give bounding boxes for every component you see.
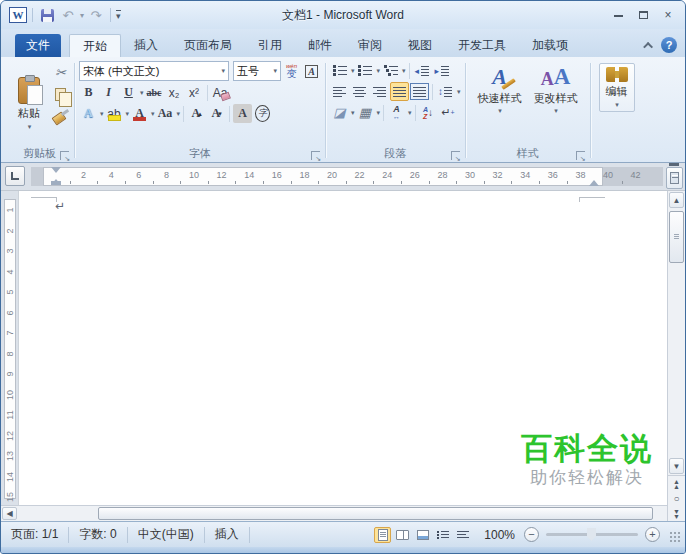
zoom-slider-track[interactable] (546, 533, 638, 536)
horizontal-scrollbar[interactable]: ◀ (1, 505, 667, 521)
numbering-dropdown-icon[interactable]: ▾ (377, 67, 381, 75)
view-print-layout-button[interactable] (374, 527, 391, 543)
tab-插入[interactable]: 插入 (121, 34, 171, 57)
change-case-dropdown-icon[interactable]: ▾ (177, 110, 181, 118)
font-dialog-launcher-icon[interactable] (311, 151, 320, 160)
restore-button[interactable] (634, 8, 652, 22)
scroll-up-icon[interactable]: ▲ (669, 192, 684, 208)
decrease-indent-button[interactable] (413, 61, 432, 80)
grow-font-button[interactable]: A▴ (187, 104, 206, 123)
view-outline-button[interactable] (434, 527, 451, 543)
clear-formatting-button[interactable]: Aa (211, 83, 230, 102)
asian-layout-button[interactable]: A↔ (387, 103, 406, 122)
editing-button[interactable]: 编辑 ▾ (599, 63, 635, 112)
subscript-button[interactable]: x₂ (165, 83, 184, 102)
superscript-button[interactable]: x² (185, 83, 204, 102)
vertical-scroll-track[interactable] (668, 209, 685, 457)
zoom-slider-thumb[interactable] (587, 528, 596, 541)
phonetic-guide-button[interactable]: wén变 (282, 62, 301, 81)
quick-styles-button[interactable]: A 快速样式 ▾ (474, 61, 526, 146)
align-left-button[interactable] (330, 82, 349, 101)
paragraph-dialog-launcher-icon[interactable] (451, 151, 460, 160)
font-color-dropdown-icon[interactable]: ▾ (151, 110, 155, 118)
underline-dropdown-icon[interactable]: ▾ (140, 89, 144, 97)
view-draft-button[interactable] (454, 527, 471, 543)
styles-dialog-launcher-icon[interactable] (576, 151, 585, 160)
enclose-characters-button[interactable]: 字 (253, 104, 272, 123)
change-styles-dropdown-icon[interactable]: ▾ (554, 107, 558, 115)
scroll-left-icon[interactable]: ◀ (2, 507, 17, 520)
increase-indent-button[interactable] (433, 61, 452, 80)
font-size-select[interactable]: 五号▾ (233, 61, 281, 81)
paste-button[interactable]: 粘贴 ▾ (9, 61, 49, 146)
horizontal-ruler[interactable]: 24681012141618202224262830323436384042 (31, 167, 663, 186)
sort-button[interactable]: AZ↓ (419, 103, 438, 122)
borders-button[interactable]: ▦ (356, 103, 375, 122)
character-shading-button[interactable]: A (233, 104, 252, 123)
undo-icon[interactable]: ↶ (59, 6, 77, 24)
status-language[interactable]: 中文(中国) (128, 527, 205, 543)
change-styles-button[interactable]: AA 更改样式 ▾ (530, 61, 582, 146)
tab-开发工具[interactable]: 开发工具 (445, 34, 519, 57)
tab-引用[interactable]: 引用 (245, 34, 295, 57)
bold-button[interactable]: B (79, 83, 98, 102)
vertical-scrollbar[interactable]: ▲ ▼ ▲▲ ○ ▼▼ (667, 191, 685, 521)
tab-开始[interactable]: 开始 (69, 34, 121, 57)
shrink-font-button[interactable]: A▾ (207, 104, 226, 123)
quick-styles-dropdown-icon[interactable]: ▾ (498, 107, 502, 115)
asian-layout-dropdown-icon[interactable]: ▾ (408, 109, 412, 117)
select-browse-object-button[interactable]: ○ (668, 491, 685, 506)
line-spacing-dropdown-icon[interactable]: ▾ (457, 88, 461, 96)
word-logo-icon[interactable]: W (9, 7, 27, 23)
paste-dropdown-icon[interactable]: ▾ (28, 123, 32, 131)
text-effects-button[interactable]: A (79, 104, 98, 123)
next-page-button[interactable]: ▼▼ (668, 506, 685, 521)
right-indent-marker[interactable] (589, 175, 599, 186)
strikethrough-button[interactable]: abc (145, 83, 164, 102)
view-web-layout-button[interactable] (414, 527, 431, 543)
help-button[interactable]: ? (661, 37, 677, 53)
format-painter-button[interactable] (51, 107, 70, 126)
tab-stop-selector[interactable] (5, 166, 25, 186)
borders-dropdown-icon[interactable]: ▾ (377, 109, 381, 117)
status-word-count[interactable]: 字数: 0 (69, 527, 127, 543)
minimize-button[interactable] (609, 8, 627, 22)
highlight-color-button[interactable]: ab (105, 104, 124, 123)
highlight-dropdown-icon[interactable]: ▾ (126, 110, 130, 118)
save-icon[interactable] (38, 6, 56, 24)
copy-button[interactable] (51, 85, 70, 104)
resize-grip-icon[interactable] (669, 531, 681, 543)
show-marks-button[interactable]: ↵+ (439, 103, 458, 122)
zoom-out-button[interactable]: − (524, 527, 539, 542)
tab-视图[interactable]: 视图 (395, 34, 445, 57)
underline-button[interactable]: U (119, 83, 138, 102)
horizontal-scroll-track[interactable] (18, 506, 667, 521)
multilevel-dropdown-icon[interactable]: ▾ (402, 67, 406, 75)
tab-页面布局[interactable]: 页面布局 (171, 34, 245, 57)
font-color-button[interactable]: A (130, 104, 149, 123)
status-insert-mode[interactable]: 插入 (205, 527, 250, 543)
editing-dropdown-icon[interactable]: ▾ (615, 101, 619, 109)
bullets-button[interactable] (330, 61, 349, 80)
view-fullscreen-reading-button[interactable] (394, 527, 411, 543)
distribute-button[interactable] (410, 82, 429, 101)
vertical-ruler[interactable]: 123456789101112131415 (1, 191, 19, 505)
justify-button[interactable] (390, 82, 409, 101)
status-page-count[interactable]: 页面: 1/1 (1, 527, 69, 543)
qat-customize-icon[interactable]: ▾ (116, 10, 121, 21)
cut-button[interactable]: ✂ (51, 63, 70, 82)
vertical-scroll-thumb[interactable] (669, 211, 684, 263)
scroll-down-icon[interactable]: ▼ (669, 458, 684, 474)
redo-icon[interactable]: ↷ (87, 6, 105, 24)
close-button[interactable]: × (659, 8, 677, 22)
horizontal-scroll-thumb[interactable] (98, 507, 653, 520)
previous-page-button[interactable]: ▲▲ (668, 476, 685, 491)
text-effects-dropdown-icon[interactable]: ▾ (100, 110, 104, 118)
shading-button[interactable]: ◪ (330, 103, 349, 122)
tab-file[interactable]: 文件 (15, 34, 61, 57)
zoom-in-button[interactable]: + (645, 527, 660, 542)
character-border-button[interactable]: A (302, 62, 321, 81)
font-name-select[interactable]: 宋体 (中文正文)▾ (79, 61, 229, 81)
undo-dropdown-icon[interactable]: ▾ (80, 11, 84, 20)
split-handle[interactable] (669, 163, 679, 166)
